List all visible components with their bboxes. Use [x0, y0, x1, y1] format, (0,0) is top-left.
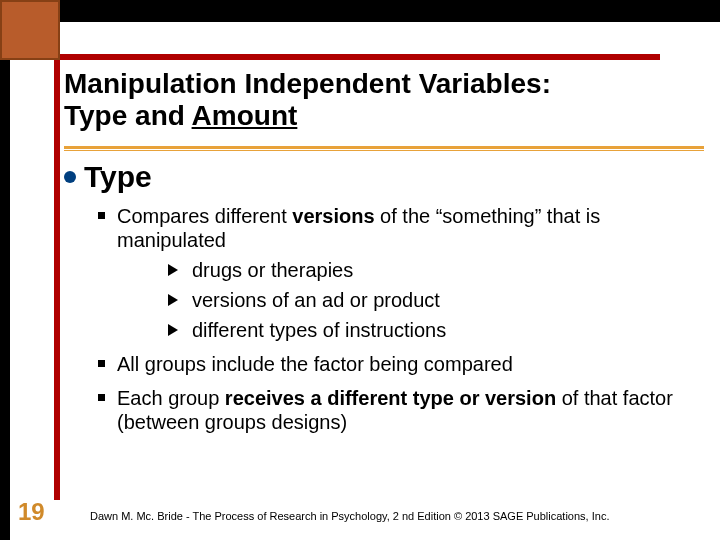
bullet-1-strong: versions [292, 205, 374, 227]
bullet-arrow-icon [168, 264, 178, 276]
bullet-arrow-icon [168, 324, 178, 336]
page-number: 19 [18, 498, 45, 526]
bullet-1-text: Compares different versions of the “some… [117, 204, 704, 252]
bullet-item-3: Each group receives a different type or … [98, 386, 704, 434]
footer-citation: Dawn M. Mc. Bride - The Process of Resea… [90, 510, 609, 522]
title-line2-plain: Type and [64, 100, 192, 131]
bullet-item-1: Compares different versions of the “some… [98, 204, 704, 252]
slide: Manipulation Independent Variables: Type… [0, 0, 720, 540]
bullet-item-2: All groups include the factor being comp… [98, 352, 704, 376]
bullet-3-text: Each group receives a different type or … [117, 386, 704, 434]
bullet-disc-icon [64, 171, 76, 183]
title-line2-underlined: Amount [192, 100, 298, 131]
sub-item-3: different types of instructions [168, 318, 704, 342]
sub-item-2-text: versions of an ad or product [192, 288, 440, 312]
red-rule-vertical [54, 60, 60, 500]
red-rule-horizontal [10, 54, 660, 60]
bullet-1-pre: Compares different [117, 205, 292, 227]
bullet-arrow-icon [168, 294, 178, 306]
slide-title: Manipulation Independent Variables: Type… [64, 68, 704, 132]
sub-item-1: drugs or therapies [168, 258, 704, 282]
corner-square-decor [0, 0, 60, 60]
bullet-3-pre: Each group [117, 387, 225, 409]
sub-item-1-text: drugs or therapies [192, 258, 353, 282]
sub-item-2: versions of an ad or product [168, 288, 704, 312]
sub-item-3-text: different types of instructions [192, 318, 446, 342]
bullet-square-icon [98, 212, 105, 219]
top-strip-decor [0, 0, 720, 22]
section-heading-text: Type [84, 160, 152, 194]
bullet-square-icon [98, 394, 105, 401]
content-body: Type Compares different versions of the … [64, 160, 704, 440]
orange-divider [64, 146, 704, 150]
bullet-square-icon [98, 360, 105, 367]
section-heading: Type [64, 160, 704, 194]
side-strip-decor [0, 60, 10, 540]
bullet-2-text: All groups include the factor being comp… [117, 352, 513, 376]
bullet-3-strong: receives a different type or version [225, 387, 556, 409]
title-line1: Manipulation Independent Variables: [64, 68, 551, 99]
